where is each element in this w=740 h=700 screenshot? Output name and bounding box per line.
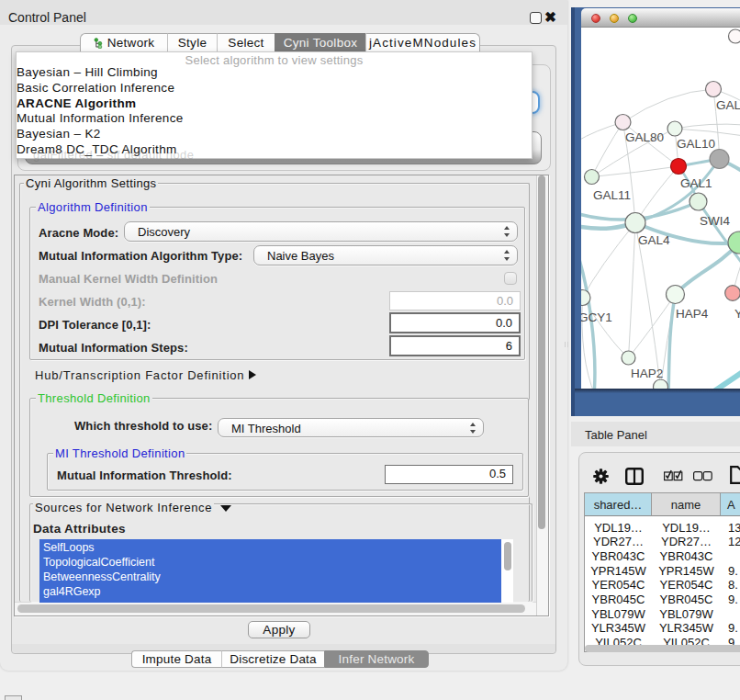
svg-text:SWI4: SWI4 [700, 214, 730, 228]
svg-text:HAP2: HAP2 [631, 367, 663, 380]
svg-text:Y: Y [734, 307, 740, 321]
svg-text:GAL2: GAL2 [716, 98, 740, 112]
svg-text:HAP4: HAP4 [676, 307, 709, 321]
svg-text:GAL10: GAL10 [677, 137, 715, 151]
svg-text:GCY1: GCY1 [581, 310, 612, 324]
svg-text:GAL4: GAL4 [638, 233, 670, 247]
svg-text:GAL80: GAL80 [625, 130, 664, 144]
svg-text:GAL11: GAL11 [593, 188, 631, 202]
svg-text:GAL1: GAL1 [680, 176, 712, 190]
